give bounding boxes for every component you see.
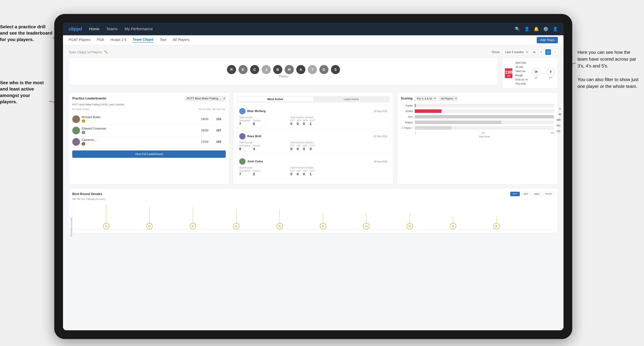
nav-item-teams[interactable]: Teams	[106, 27, 118, 31]
bell-icon[interactable]: 🔔	[534, 26, 539, 31]
lb-player-info-3: Cameron... 3	[82, 138, 198, 146]
bar-label-birdies: Birdies	[401, 110, 413, 113]
axis-400: 400	[551, 132, 554, 134]
sub-nav-pga[interactable]: PGA	[97, 38, 104, 42]
bar-value-bogeys: 311	[556, 124, 560, 127]
player-avatar-7[interactable]: A	[296, 65, 306, 74]
player-avatar-5[interactable]: B	[273, 65, 282, 74]
shot-connector: —	[542, 71, 545, 75]
player-avatars: R E C J B M A T D S	[227, 65, 340, 74]
streak-point-7: 4x	[363, 213, 370, 229]
bar-fill-birdies	[415, 109, 442, 113]
bar-row-dbogeys: D. Bogeys + 131	[401, 126, 554, 130]
list-view-icon[interactable]: ≡	[538, 49, 544, 55]
player-avatar-8[interactable]: T	[308, 65, 317, 74]
sub-nav-all-players[interactable]: All Players	[173, 38, 189, 42]
nav-item-home[interactable]: Home	[89, 27, 99, 31]
activity-avatar-1	[239, 108, 246, 114]
activity-header-2: Rees Britt 02 Sep 2023	[239, 133, 388, 140]
drill-select[interactable]: PUTT Must Make Putting ...	[184, 96, 226, 101]
players-col: R E C J B M A T D S Players	[73, 65, 494, 78]
bar-fill-bogeys	[415, 121, 502, 124]
tablet-screen: clippd Home Teams My Performance 🔍 👤 🔔 ⚙…	[63, 23, 564, 330]
view-full-leaderboard-button[interactable]: View Full Leaderboard	[72, 151, 226, 158]
filter-app[interactable]: APP	[521, 192, 530, 196]
sub-nav-team-clippd[interactable]: Team Clippd	[133, 37, 154, 43]
activity-avatar-3	[239, 158, 246, 165]
player-avatar-2[interactable]: E	[238, 65, 248, 74]
leaderboard-title: Practice Leaderboards	[72, 97, 106, 100]
search-icon[interactable]: 🔍	[515, 26, 520, 31]
lb-badges-1: 🥇	[82, 119, 198, 123]
streak-point-4: 5x	[233, 210, 240, 229]
player-avatar-6[interactable]: M	[285, 65, 294, 74]
streak-point-6: 4x	[320, 213, 326, 229]
player-avatar-9[interactable]: D	[320, 65, 328, 74]
avatar-icon[interactable]: 👤	[553, 26, 558, 31]
sort-icon[interactable]: ↕	[552, 49, 558, 55]
circle-1: 16 yds	[532, 68, 540, 79]
edit-icon[interactable]: ✏️	[104, 50, 108, 54]
streaks-section: Best Round Streaks OTT APP ARG PUTT Off …	[68, 188, 558, 233]
rounds-section-1: Total Rounds Tournament 7 Practice 6	[239, 116, 264, 126]
activity-card-3: Josh Coles 26 Aug 2023 Total Rounds Tour…	[236, 156, 390, 179]
bar-fill-pars	[415, 115, 554, 119]
lb-row-3[interactable]: Cameron... 3 17/20 103	[72, 136, 226, 148]
streaks-header: Best Round Streaks OTT APP ARG PUTT	[72, 192, 554, 196]
shot-circles: 16 yds — 0 yds	[532, 68, 555, 79]
bar-fill-dbogeys	[415, 126, 451, 130]
bar-row-pars: Pars 499	[401, 115, 554, 119]
activity-panel: Most Active Least Active Blair McHarg 26…	[233, 92, 394, 184]
bronze-badge: 3	[82, 142, 85, 146]
par-filter-select[interactable]: Par 3, 4 & 5s	[414, 96, 436, 101]
bar-label-dbogeys: D. Bogeys +	[401, 127, 413, 129]
player-avatar-10[interactable]: S	[331, 65, 340, 74]
grid-view-icon[interactable]: ⊞	[531, 49, 537, 55]
three-column-section: Practice Leaderboards PUTT Must Make Put…	[68, 92, 558, 184]
annotation-bottom-left: See who is the most and least active amo…	[0, 79, 47, 105]
filter-arg[interactable]: ARG	[532, 192, 542, 196]
bar-track-pars: 499	[415, 115, 554, 119]
scoring-panel: Scoring Par 3, 4 & 5s All Players Eagles	[397, 92, 558, 184]
bar-value-eagles: 3	[559, 107, 560, 110]
practice-activities-1: Total Practice Activities OTT0 APP0 ARG0…	[290, 116, 388, 126]
practice-stat-1: Practice 6	[253, 119, 260, 126]
add-team-button[interactable]: Add Team	[537, 37, 558, 43]
tab-least-active[interactable]: Least Active	[313, 97, 389, 102]
player-avatar-3[interactable]: C	[250, 65, 259, 74]
activity-tabs: Most Active Least Active	[236, 96, 390, 103]
nav-item-myperformance[interactable]: My Performance	[124, 27, 153, 31]
lb-row-2[interactable]: Edward Crossman 2 18/20 107	[72, 125, 226, 136]
bar-label-bogeys: Bogeys	[401, 121, 413, 124]
drill-subtitle: PUTT Must Make Putting (3-6 ft), Last 3 …	[72, 103, 226, 106]
silver-badge: 2	[82, 131, 85, 134]
streaks-subtitle: Off The Tee, Fairway Accuracy	[72, 198, 554, 200]
scoring-header: Scoring Par 3, 4 & 5s All Players	[401, 96, 554, 101]
filter-putt[interactable]: PUTT	[543, 192, 554, 196]
lb-badges-3: 3	[82, 142, 198, 146]
player-avatar-1[interactable]: R	[227, 65, 236, 74]
sub-nav-pgat[interactable]: PGAT Players	[68, 38, 90, 42]
lb-row-1[interactable]: Richard Butler 🥇 19/20 110	[72, 114, 226, 125]
axis-title: Total Shots	[401, 135, 554, 138]
shot-card: 198 yd Shot Dist: 16 yds Start Lie: Roug…	[502, 58, 558, 89]
filter-ott[interactable]: OTT	[510, 192, 520, 196]
player-avatar-4[interactable]: J	[262, 65, 271, 74]
sub-nav-tour[interactable]: Tour	[160, 38, 166, 42]
shot-badge: 198 yd	[505, 68, 512, 78]
players-label: Players	[73, 75, 494, 78]
lb-player-info-2: Edward Crossman 2	[82, 127, 198, 134]
nav-logo: clippd	[68, 26, 82, 32]
show-period-select[interactable]: Last 3 months	[502, 49, 528, 55]
people-icon[interactable]: 👤	[524, 26, 530, 31]
sub-nav-hcaps[interactable]: Hcaps 1-5	[110, 38, 126, 42]
tab-most-active[interactable]: Most Active	[237, 97, 313, 102]
settings-icon[interactable]: ⚙️	[543, 26, 548, 31]
rounds-section-3: Total Rounds Tournament7 Practice2	[239, 166, 264, 176]
card-view-icon[interactable]: ⊡	[545, 49, 551, 55]
player-count: 14 Players	[87, 50, 102, 54]
activity-header-1: Blair McHarg 26 Aug 2023	[239, 108, 388, 114]
bar-fill-eagles	[415, 104, 416, 107]
player-filter-select[interactable]: All Players	[438, 96, 458, 101]
nav-icons: 🔍 👤 🔔 ⚙️ 👤	[515, 26, 558, 31]
